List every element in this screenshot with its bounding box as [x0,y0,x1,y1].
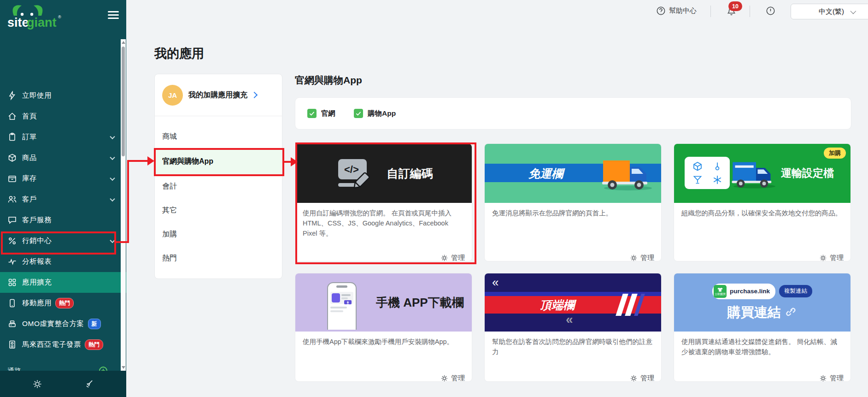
home-icon [7,112,17,121]
sidebar-item-products[interactable]: 商品 [0,148,126,168]
sidebar-item-inventory[interactable]: 庫存 [0,168,126,189]
help-center-button[interactable]: 幫助中心 [656,6,697,16]
sidebar-item-malaysia-einvoice[interactable]: 馬來西亞電子發票 熱門 [0,334,126,355]
header-divider [750,6,750,17]
sidebar-item-app-extensions[interactable]: 應用擴充 [0,272,126,293]
manage-button[interactable]: 管理 [819,254,844,261]
account-avatar: JA [162,85,183,106]
sitegiant-logo[interactable]: site giant ® [6,3,62,33]
category-item-mall[interactable]: 商城 [155,124,282,148]
sidebar-item-analytics-reports[interactable]: 分析報表 [0,251,126,272]
app-card-custom-code[interactable]: </> 自訂編碼 使用自訂編碼增強您的官網。 [295,143,472,261]
svg-text:giant: giant [27,16,57,30]
gear-icon [440,374,448,382]
sidebar-header: site giant ® [0,0,126,39]
snowflake-icon [712,174,723,185]
filter-bar: 官網 購物App [295,97,851,130]
settings-gear-icon[interactable] [32,379,42,389]
sitegiant-admin-app: site giant ® 立即使用 首頁 訂單 [0,0,868,397]
category-list: 商城 官網與購物App 會計 其它 加購 熱門 [155,116,282,270]
app-description: 免運消息將顯示在您品牌官網的頁首上。 [492,208,654,219]
clipboard-icon [7,132,17,142]
manage-button[interactable]: 管理 [630,374,654,382]
sidebar-nav: 立即使用 首頁 訂單 商品 庫存 客 [0,39,126,371]
scroll-up-arrow-icon[interactable] [122,41,125,44]
delivery-truck-icon [730,158,779,190]
new-badge: 新 [88,319,101,329]
banner-title: 免運欄 [528,166,563,181]
app-card-top-bar[interactable]: « 頂端欄 « 幫助您在訪客首次訪問您的品牌官網時吸引他們的註意力 [484,273,662,382]
category-item-webstore-and-app[interactable]: 官網與購物App [155,148,282,174]
header-divider [710,6,711,17]
add-channel-icon[interactable] [99,366,108,371]
archive-icon [7,174,17,184]
manage-button[interactable]: 管理 [440,374,465,382]
scroll-down-arrow-icon[interactable] [122,366,125,369]
chevron-right-icon [251,92,258,98]
banner-title: 頂端欄 [540,297,575,313]
my-addon-apps-link[interactable]: JA 我的加購應用擴充 [155,74,282,116]
language-selector[interactable]: 中文(繁) [791,4,868,19]
sidebar-item-customers[interactable]: 客戶 [0,189,126,210]
gear-icon [630,374,638,382]
hot-badge: 熱門 [85,339,103,350]
sidebar: site giant ® 立即使用 首頁 訂單 [0,0,126,397]
sidebar-item-omo-solution[interactable]: OMO虛實整合方案 新 [0,314,126,334]
apps-section: 官網與購物App 官網 購物App [295,74,851,382]
category-item-addon[interactable]: 加購 [155,222,282,246]
svg-text:site: site [7,16,29,30]
app-description: 使用自訂編碼增強您的官網。 在頁首或頁尾中插入 HTML、CSS、JS、Goog… [303,208,464,238]
manage-button[interactable]: 管理 [819,374,844,382]
sidebar-item-quick-start[interactable]: 立即使用 [0,85,126,106]
sidebar-item-home[interactable]: 首頁 [0,106,126,127]
manage-button[interactable]: 管理 [440,254,465,261]
category-item-others[interactable]: 其它 [155,198,282,222]
purchase-link-banner: 立即購買 purchase.link 複製連結 購買連結 [674,273,850,332]
pos-register-icon [7,319,17,329]
cleanup-brush-icon[interactable] [84,379,94,389]
chevron-down-icon [850,8,856,14]
sidebar-footer [0,371,126,397]
notification-count-badge: 10 [728,1,742,11]
category-item-popular[interactable]: 熱門 [155,246,282,270]
sidebar-item-marketing-center[interactable]: 行銷中心 [0,231,126,251]
app-download-banner: 手機 APP下載欄 [295,273,472,332]
alerts-button[interactable] [766,6,775,16]
main-area: 幫助中心 10 中文(繁) JA 帳戶一 我的應用 [126,0,868,397]
product-types-panel [685,157,730,189]
box-icon [7,153,17,163]
banner-title: 手機 APP下載欄 [376,295,464,311]
manage-button[interactable]: 管理 [630,254,654,261]
checkbox-checked-icon [307,109,317,118]
tshirt-product-icon: 立即購買 [714,285,727,298]
sidebar-item-customer-service[interactable]: 客戶服務 [0,210,126,231]
double-angle-left-icon: « [492,275,499,290]
martini-glass-icon [692,174,703,185]
gear-icon [630,254,638,261]
copy-link-pill: 複製連結 [779,285,812,297]
sitegiant-mascot-icon: site giant ® [6,3,62,31]
category-item-accounting[interactable]: 會計 [155,174,282,198]
app-card-app-download-bar[interactable]: 手機 APP下載欄 使用手機App下載欄來激勵手機用戶安裝購物App。 管理 [295,273,472,382]
filter-webstore-checkbox[interactable]: 官網 [307,109,335,119]
sidebar-scrollbar[interactable] [121,39,126,371]
page-title: 我的應用 [154,45,868,60]
channels-section-header: 通路 [0,362,126,371]
app-description: 使用手機App下載欄來激勵手機用戶安裝購物App。 [303,337,464,347]
lightning-icon [7,91,17,101]
sidebar-item-orders[interactable]: 訂單 [0,127,126,148]
filter-shopping-app-checkbox[interactable]: 購物App [354,109,396,119]
grid-icon [7,278,17,287]
thermometer-icon [712,161,723,172]
app-card-shipping-profile[interactable]: 加購 [674,143,851,261]
chevron-down-icon [110,175,115,180]
section-title: 官網與購物App [295,74,851,86]
apps-category-card: JA 我的加購應用擴充 商城 官網與購物App 會計 其它 加購 熱門 [154,74,282,279]
addon-badge: 加購 [824,148,846,159]
app-card-free-shipping-bar[interactable]: 免運欄 [484,143,662,261]
app-card-purchase-link[interactable]: 立即購買 purchase.link 複製連結 購買連結 [674,273,851,382]
sidebar-collapse-button[interactable] [108,11,119,19]
scrollbar-thumb[interactable] [122,47,125,156]
sidebar-item-mobile-app[interactable]: 移動應用 熱門 [0,293,126,314]
top-header: 幫助中心 10 中文(繁) JA 帳戶一 [126,0,868,22]
